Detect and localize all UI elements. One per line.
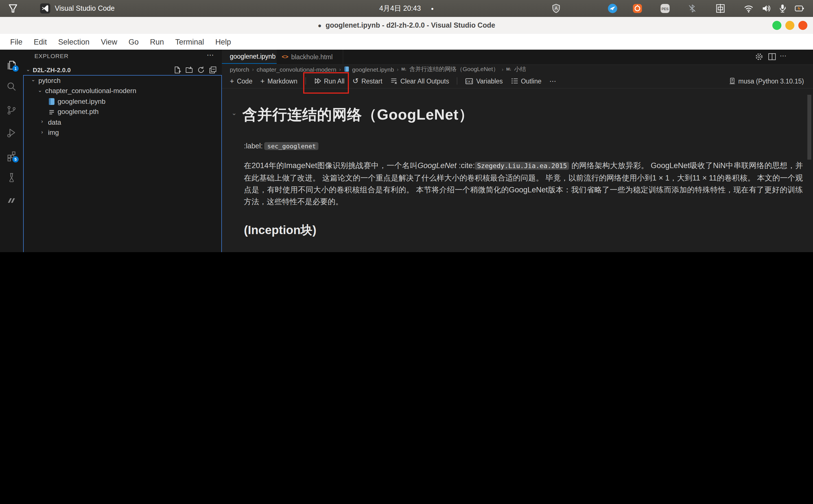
inline-code: sec_googlenet bbox=[265, 142, 319, 150]
pes-app-icon[interactable]: PES bbox=[660, 3, 670, 14]
notification-dot: ● bbox=[431, 6, 434, 11]
new-folder-icon[interactable] bbox=[185, 66, 193, 74]
volume-icon[interactable] bbox=[761, 3, 771, 14]
svg-text:(x): (x) bbox=[466, 79, 473, 83]
menu-edit[interactable]: Edit bbox=[28, 38, 53, 46]
tab-googlenet-ipynb[interactable]: googlenet.ipynb ● bbox=[222, 50, 277, 64]
scrollbar-thumb[interactable] bbox=[807, 95, 811, 160]
workspace-section-header[interactable]: ⌄ D2L-ZH-2.0.0 bbox=[23, 65, 222, 76]
paragraph-1: 在2014年的ImageNet图像识别挑战赛中，一个名叫GoogLeNet :c… bbox=[244, 160, 803, 208]
svg-text:PES: PES bbox=[662, 7, 669, 11]
orange-app-icon[interactable] bbox=[632, 3, 643, 14]
tree-item-googlenet-pth[interactable]: googlenet.pth bbox=[23, 107, 221, 117]
chevron-right-icon: › bbox=[41, 129, 43, 135]
variables-icon: (x) bbox=[465, 78, 473, 84]
menu-bar: File Edit Selection View Go Run Terminal… bbox=[0, 34, 813, 50]
menu-help[interactable]: Help bbox=[210, 38, 237, 46]
chevron-down-icon: ⌄ bbox=[31, 77, 35, 82]
markdown-cell-icon: M↓ bbox=[401, 67, 406, 72]
breadcrumb-pytorch[interactable]: pytorch bbox=[230, 66, 249, 72]
title-dirty-dot: ● bbox=[318, 22, 322, 29]
bluetooth-disabled-icon[interactable] bbox=[687, 3, 697, 14]
tab-blackhole-html[interactable]: <> blackhole.html bbox=[277, 50, 343, 64]
new-file-icon[interactable] bbox=[173, 66, 181, 74]
tabbar-more-icon[interactable]: ⋯ bbox=[780, 52, 786, 60]
explorer-sidebar: EXPLORER ⋯ ⌄ D2L-ZH-2.0.0 bbox=[23, 50, 223, 252]
chevron-down-icon: ⌄ bbox=[26, 67, 30, 72]
wifi-icon[interactable] bbox=[744, 3, 754, 14]
tree-item-googlenet-ipynb[interactable]: googlenet.ipynb bbox=[23, 96, 221, 107]
source-control-icon[interactable] bbox=[6, 105, 17, 116]
tree-item-pytorch[interactable]: ⌄ pytorch bbox=[23, 76, 221, 86]
antivirus-shield-icon[interactable]: A bbox=[551, 3, 561, 14]
window-close-button[interactable] bbox=[798, 21, 807, 30]
plus-icon: + bbox=[260, 77, 265, 85]
toolbar-divider bbox=[457, 77, 458, 85]
tree-item-chapter[interactable]: ⌄ chapter_convolutional-modern bbox=[23, 86, 221, 96]
microphone-icon[interactable] bbox=[777, 3, 788, 14]
run-debug-icon[interactable] bbox=[6, 127, 17, 138]
page-title: 含并行连结的网络（GoogLeNet） bbox=[242, 105, 473, 125]
breadcrumb-subsection[interactable]: 小结 bbox=[514, 65, 526, 73]
split-editor-icon[interactable] bbox=[768, 52, 776, 61]
clear-all-outputs-button[interactable]: Clear All Outputs bbox=[390, 77, 449, 85]
tree-item-data[interactable]: › data bbox=[23, 117, 221, 128]
menu-terminal[interactable]: Terminal bbox=[170, 38, 210, 46]
clear-all-outputs-icon bbox=[390, 77, 397, 85]
sidebar-title: EXPLORER bbox=[34, 52, 69, 59]
gnome-top-bar: Visual Studio Code 4月4日 20:43 ● A PES bbox=[0, 0, 813, 17]
battery-charging-icon[interactable] bbox=[794, 3, 805, 14]
outline-icon bbox=[511, 77, 518, 85]
menu-file[interactable]: File bbox=[5, 38, 28, 46]
annotation-highlight-box bbox=[303, 72, 349, 94]
menu-go[interactable]: Go bbox=[123, 38, 144, 46]
plus-icon: + bbox=[230, 77, 234, 85]
chevron-down-icon: ⌄ bbox=[38, 87, 42, 93]
html-file-icon: <> bbox=[282, 54, 288, 60]
search-icon[interactable] bbox=[6, 81, 17, 92]
refresh-icon[interactable] bbox=[197, 66, 205, 74]
editor-group: googlenet.ipynb ● <> blackhole.html ⋯ bbox=[222, 50, 813, 252]
add-code-cell-button[interactable]: + Code bbox=[230, 77, 252, 85]
screen: Visual Studio Code 4月4日 20:43 ● A PES bbox=[0, 0, 813, 252]
toolbar-more-icon[interactable]: ⋯ bbox=[549, 77, 556, 85]
add-markdown-cell-button[interactable]: + Markdown bbox=[260, 77, 297, 85]
sidebar-more-icon[interactable]: ⋯ bbox=[207, 51, 214, 59]
notebook-settings-gear-icon[interactable] bbox=[755, 52, 763, 61]
marscode-icon[interactable] bbox=[6, 195, 17, 206]
markdown-cell-icon: M↓ bbox=[506, 67, 511, 72]
workspace-name: D2L-ZH-2.0.0 bbox=[33, 67, 71, 73]
variables-button[interactable]: (x) Variables bbox=[465, 78, 503, 84]
clock[interactable]: 4月4日 20:43 bbox=[379, 4, 421, 13]
chevron-right-icon: › bbox=[41, 118, 43, 124]
bird-app-icon[interactable] bbox=[607, 3, 618, 14]
label-directive: :label: sec_googlenet bbox=[244, 142, 319, 150]
notebook-content[interactable]: ⌄ 含并行连结的网络（GoogLeNet） :label: sec_google… bbox=[222, 88, 805, 252]
cell-collapse-chevron-icon[interactable]: ⌄ bbox=[232, 109, 237, 117]
extensions-badge: 5 bbox=[12, 156, 19, 162]
kernel-icon bbox=[729, 77, 735, 85]
svg-text:A: A bbox=[555, 6, 558, 11]
window-minimize-button[interactable] bbox=[772, 21, 781, 30]
restart-button[interactable]: ↺ Restart bbox=[352, 78, 382, 84]
restart-icon: ↺ bbox=[352, 78, 359, 84]
window-title-bar[interactable]: ● googlenet.ipynb - d2l-zh-2.0.0 - Visua… bbox=[0, 17, 813, 34]
section-heading: (Inception块) bbox=[244, 222, 317, 238]
breadcrumb-file[interactable]: googlenet.ipynb bbox=[352, 66, 394, 72]
collapse-all-icon[interactable] bbox=[209, 66, 217, 74]
testing-flask-icon[interactable] bbox=[6, 172, 17, 183]
menu-selection[interactable]: Selection bbox=[52, 38, 95, 46]
breadcrumb-section[interactable]: 含并行连结的网络（GoogLeNet） bbox=[409, 65, 499, 73]
outline-button[interactable]: Outline bbox=[511, 77, 541, 85]
breadcrumb-chapter[interactable]: chapter_convolutional-modern bbox=[257, 66, 337, 72]
menu-view[interactable]: View bbox=[95, 38, 123, 46]
input-method-icon[interactable] bbox=[715, 3, 726, 14]
kernel-picker[interactable]: musa (Python 3.10.15) bbox=[729, 74, 804, 88]
activity-bar: 1 5 bbox=[0, 50, 24, 252]
menu-run[interactable]: Run bbox=[144, 38, 170, 46]
window-maximize-button[interactable] bbox=[785, 21, 794, 30]
tree-item-img[interactable]: › img bbox=[23, 128, 221, 138]
tab-bar: googlenet.ipynb ● <> blackhole.html ⋯ bbox=[222, 50, 813, 65]
notebook-file-icon bbox=[48, 98, 55, 105]
binary-file-icon bbox=[48, 108, 55, 116]
